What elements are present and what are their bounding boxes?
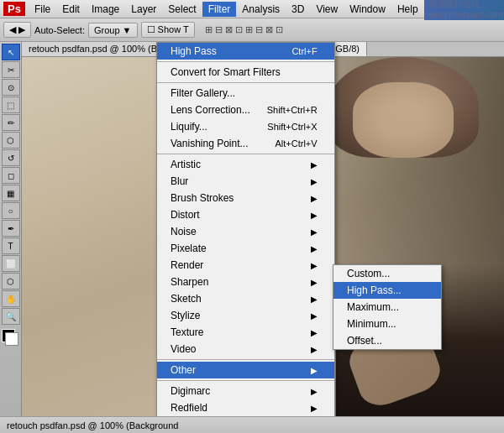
sep3 — [157, 154, 334, 154]
filter-blur[interactable]: Blur ▶ — [157, 173, 334, 190]
arrow-distort: ▶ — [311, 211, 318, 220]
filter-render[interactable]: Render ▶ — [157, 257, 334, 274]
menu-select[interactable]: Select — [162, 2, 202, 17]
filter-pixelate[interactable]: Pixelate ▶ — [157, 240, 334, 257]
filter-gallery[interactable]: Filter Gallery... — [157, 85, 334, 102]
tool-eyedropper[interactable]: ⊙ — [2, 79, 20, 96]
filter-vanishing-point[interactable]: Vanishing Point... Alt+Ctrl+V — [157, 135, 334, 152]
arrow-artistic: ▶ — [311, 160, 318, 170]
tool-crop[interactable]: ✂ — [2, 61, 20, 78]
filter-liquify[interactable]: Liquify... Shift+Ctrl+X — [157, 118, 334, 135]
tool-path[interactable]: ⬡ — [2, 273, 20, 290]
align-icons: ⊞ ⊟ ⊠ ⊡ ⊞ ⊟ ⊠ ⊡ — [205, 24, 283, 35]
filter-menu: High Pass Ctrl+F Convert for Smart Filte… — [156, 42, 335, 416]
foreground-color[interactable] — [2, 329, 20, 347]
menu-3d[interactable]: 3D — [286, 2, 310, 17]
tool-shape[interactable]: ⬜ — [2, 255, 20, 272]
status-text: retouch psdfan.psd @ 100% (Background — [7, 420, 178, 430]
arrow-brush: ▶ — [311, 194, 318, 203]
watermark: 思源设计论坛 www.missyuan.com — [424, 0, 504, 20]
arrow-other: ▶ — [311, 366, 318, 375]
sep1 — [157, 61, 334, 62]
menu-file[interactable]: File — [29, 2, 56, 17]
other-minimum[interactable]: Minimum... — [333, 316, 441, 332]
filter-sketch[interactable]: Sketch ▶ — [157, 290, 334, 307]
menu-edit[interactable]: Edit — [56, 2, 86, 17]
filter-texture[interactable]: Texture ▶ — [157, 324, 334, 341]
filter-menu-highpass-top[interactable]: High Pass Ctrl+F — [157, 43, 334, 60]
other-maximum[interactable]: Maximum... — [333, 299, 441, 316]
menu-layer[interactable]: Layer — [125, 2, 162, 17]
filter-noise[interactable]: Noise ▶ — [157, 223, 334, 240]
toolbar: ◀ ▶ Auto-Select: Group ▼ ☐ Show T ⊞ ⊟ ⊠ … — [0, 18, 504, 42]
nav-button[interactable]: ◀ ▶ — [3, 22, 31, 38]
other-custom[interactable]: Custom... — [333, 265, 441, 282]
auto-select-label: Auto-Select: — [34, 25, 85, 35]
menu-window[interactable]: Window — [344, 2, 391, 17]
tool-dodge[interactable]: ○ — [2, 202, 20, 219]
ps-logo: Ps — [3, 2, 25, 16]
menu-bar: Ps File Edit Image Layer Select Filter A… — [0, 0, 504, 18]
tool-healing[interactable]: ⬚ — [2, 97, 20, 113]
tool-eraser[interactable]: ◻ — [2, 167, 20, 184]
filter-convert-smart[interactable]: Convert for Smart Filters — [157, 64, 334, 81]
menu-image[interactable]: Image — [86, 2, 125, 17]
other-highpass[interactable]: High Pass... — [333, 282, 441, 299]
auto-select-dropdown[interactable]: Group ▼ — [88, 23, 138, 38]
canvas-area: retouch psdfan.psd @ 100% (Background Un… — [22, 42, 504, 416]
status-bar: retouch psdfan.psd @ 100% (Background — [0, 416, 504, 433]
tool-brush[interactable]: ✏ — [2, 114, 20, 131]
filter-distort[interactable]: Distort ▶ — [157, 206, 334, 223]
show-transform-check[interactable]: ☐ Show T — [141, 22, 195, 38]
tool-hand[interactable]: ✋ — [2, 290, 20, 307]
filter-other[interactable]: Other ▶ — [157, 362, 334, 378]
sep4 — [157, 359, 334, 360]
menu-help[interactable]: Help — [391, 2, 424, 17]
sep5 — [157, 380, 334, 381]
arrow-blur: ▶ — [311, 177, 318, 186]
tool-history[interactable]: ↺ — [2, 149, 20, 166]
filter-video[interactable]: Video ▶ — [157, 341, 334, 357]
menu-view[interactable]: View — [310, 2, 344, 17]
tool-gradient[interactable]: ▦ — [2, 185, 20, 201]
filter-brush-strokes[interactable]: Brush Strokes ▶ — [157, 190, 334, 206]
arrow-sketch: ▶ — [311, 295, 318, 304]
main-area: ↖ ✂ ⊙ ⬚ ✏ ⬡ ↺ ◻ ▦ ○ ✒ T ⬜ ⬡ ✋ 🔍 retouch … — [0, 42, 504, 416]
arrow-texture: ▶ — [311, 328, 318, 337]
arrow-stylize: ▶ — [311, 311, 318, 321]
arrow-noise: ▶ — [311, 227, 318, 237]
arrow-pixelate: ▶ — [311, 244, 318, 253]
menu-analysis[interactable]: Analysis — [236, 2, 286, 17]
tool-text[interactable]: T — [2, 237, 20, 254]
arrow-sharpen: ▶ — [311, 278, 318, 287]
tool-pen[interactable]: ✒ — [2, 220, 20, 237]
other-offset[interactable]: Offset... — [333, 332, 441, 349]
filter-artistic[interactable]: Artistic ▶ — [157, 156, 334, 173]
filter-lens-correction[interactable]: Lens Correction... Shift+Ctrl+R — [157, 102, 334, 118]
arrow-redfield: ▶ — [311, 404, 318, 413]
arrow-video: ▶ — [311, 345, 318, 354]
arrow-render: ▶ — [311, 261, 318, 270]
tool-zoom[interactable]: 🔍 — [2, 308, 20, 325]
toolbox: ↖ ✂ ⊙ ⬚ ✏ ⬡ ↺ ◻ ▦ ○ ✒ T ⬜ ⬡ ✋ 🔍 — [0, 42, 22, 416]
filter-digimarc[interactable]: Digimarc ▶ — [157, 383, 334, 399]
filter-redfield[interactable]: Redfield ▶ — [157, 399, 334, 416]
arrow-digimarc: ▶ — [311, 387, 318, 396]
tool-select[interactable]: ↖ — [2, 44, 20, 60]
menu-filter[interactable]: Filter — [202, 2, 237, 17]
tool-clone[interactable]: ⬡ — [2, 132, 20, 149]
filter-sharpen[interactable]: Sharpen ▶ — [157, 274, 334, 290]
filter-stylize[interactable]: Stylize ▶ — [157, 307, 334, 324]
other-submenu: Custom... High Pass... Maximum... Minimu… — [333, 264, 442, 350]
sep2 — [157, 82, 334, 83]
